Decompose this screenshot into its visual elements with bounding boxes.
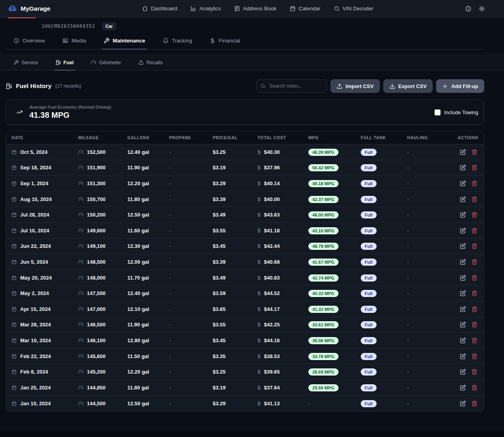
edit-button[interactable] (460, 149, 466, 155)
delete-button[interactable] (471, 243, 477, 249)
add-fillup-button[interactable]: Add Fill-up (436, 79, 484, 93)
delete-button[interactable] (471, 353, 477, 359)
delete-button[interactable] (471, 196, 477, 202)
gauge-icon (78, 369, 83, 374)
tab-overview[interactable]: Overview (12, 38, 46, 50)
gauge-icon (78, 259, 83, 264)
edit-button[interactable] (460, 243, 466, 249)
delete-button[interactable] (471, 401, 477, 406)
column-header-hauling: Hauling (407, 135, 446, 140)
mileage-cell: 144,850 (78, 385, 127, 391)
delete-button[interactable] (471, 212, 477, 218)
dollar-icon: $ (258, 401, 260, 406)
date-cell: May 20, 2024 (12, 275, 78, 281)
price-cell: $3.49 (213, 212, 258, 218)
edit-button[interactable] (460, 337, 466, 343)
info-button[interactable] (465, 6, 471, 12)
edit-button[interactable] (460, 259, 466, 265)
edit-button[interactable] (460, 290, 466, 296)
full-tank-cell: Full (361, 353, 407, 359)
total-cost-cell: $$37.96 (258, 165, 308, 171)
date-cell: Sep 18, 2024 (12, 165, 78, 171)
edit-button[interactable] (460, 180, 466, 186)
edit-button[interactable] (460, 353, 466, 359)
delete-button[interactable] (471, 259, 477, 265)
edit-button[interactable] (460, 322, 466, 328)
edit-button[interactable] (460, 212, 466, 218)
dollar-icon (210, 38, 215, 44)
total-cost-cell: $$41.13 (258, 401, 308, 406)
delete-button[interactable] (471, 322, 477, 328)
calendar-icon (12, 322, 17, 327)
edit-button[interactable] (460, 196, 466, 202)
nav-item-calendar[interactable]: Calendar (290, 6, 320, 12)
delete-button[interactable] (471, 275, 477, 281)
edit-button[interactable] (460, 385, 466, 391)
edit-button[interactable] (460, 306, 466, 312)
actions-cell (446, 149, 478, 155)
export-csv-button[interactable]: Export CSV (383, 79, 433, 93)
tab-tracking[interactable]: Tracking (161, 38, 194, 50)
import-csv-button[interactable]: Import CSV (331, 79, 380, 93)
chart-icon (190, 6, 196, 12)
tab-maintenance[interactable]: Maintenance (102, 38, 147, 50)
search-notes-input[interactable] (256, 79, 327, 93)
actions-cell (446, 212, 478, 218)
full-tank-cell: Full (361, 290, 407, 296)
tab-financial[interactable]: Financial (208, 38, 242, 50)
edit-button[interactable] (460, 369, 466, 375)
gauge-icon (78, 307, 83, 312)
delete-button[interactable] (471, 306, 477, 312)
nav-item-vin-decoder[interactable]: VIN Decoder (334, 6, 373, 12)
propane-cell: - (169, 401, 213, 406)
full-tank-cell: Full (361, 243, 407, 249)
delete-button[interactable] (471, 165, 477, 171)
wrench-icon (104, 38, 110, 44)
settings-button[interactable] (479, 6, 485, 12)
delete-button[interactable] (471, 337, 477, 343)
propane-cell: - (169, 322, 213, 328)
actions-cell (446, 306, 478, 312)
nav-item-dashboard[interactable]: Dashboard (142, 6, 177, 12)
mileage-cell: 145,600 (78, 353, 127, 359)
subtab-odometer[interactable]: Odometer (89, 55, 123, 71)
gallons-cell: 11.50 gal (127, 353, 169, 359)
edit-button[interactable] (460, 165, 466, 171)
main-nav: DashboardAnalyticsAddress BookCalendarVI… (50, 6, 465, 12)
mpg-cell: 34.78 MPG (308, 353, 361, 359)
hauling-cell: - (407, 401, 446, 406)
nav-item-analytics[interactable]: Analytics (190, 6, 221, 12)
edit-button[interactable] (460, 228, 466, 234)
gallons-cell: 11.70 gal (127, 275, 169, 281)
delete-button[interactable] (471, 290, 477, 296)
propane-cell: - (169, 290, 213, 296)
summary-value: 41.38 MPG (29, 111, 111, 120)
dollar-icon: $ (258, 180, 260, 186)
top-nav-bar: MyGarage DashboardAnalyticsAddress BookC… (0, 0, 504, 17)
subtab-service[interactable]: Service (12, 55, 40, 71)
vehicle-tabs: OverviewMediaMaintenanceTrackingFinancia… (6, 38, 484, 50)
gauge-icon (78, 181, 83, 186)
mpg-cell: 43.10 MPG (308, 228, 361, 234)
tab-media[interactable]: Media (61, 38, 88, 50)
mpg-cell: 41.67 MPG (308, 259, 361, 265)
subtab-fuel[interactable]: Fuel (54, 55, 75, 71)
delete-button[interactable] (471, 180, 477, 186)
edit-button[interactable] (460, 275, 466, 281)
include-towing-checkbox[interactable] (435, 109, 441, 115)
dollar-icon: $ (258, 385, 260, 391)
delete-button[interactable] (471, 228, 477, 234)
delete-button[interactable] (471, 369, 477, 375)
mpg-badge: 42.74 MPG (308, 274, 339, 282)
fuel-economy-card: Average Fuel Economy (Normal Driving) 41… (6, 100, 484, 125)
gauge-icon (78, 212, 83, 217)
edit-button[interactable] (460, 401, 466, 406)
subtab-recalls[interactable]: Recalls (137, 55, 164, 71)
gauge-icon (91, 60, 96, 65)
mileage-cell: 150,200 (78, 212, 127, 218)
full-tank-cell: Full (361, 306, 407, 312)
nav-item-address-book[interactable]: Address Book (234, 6, 276, 12)
delete-button[interactable] (471, 149, 477, 155)
wrench-icon (13, 60, 19, 65)
delete-button[interactable] (471, 385, 477, 391)
